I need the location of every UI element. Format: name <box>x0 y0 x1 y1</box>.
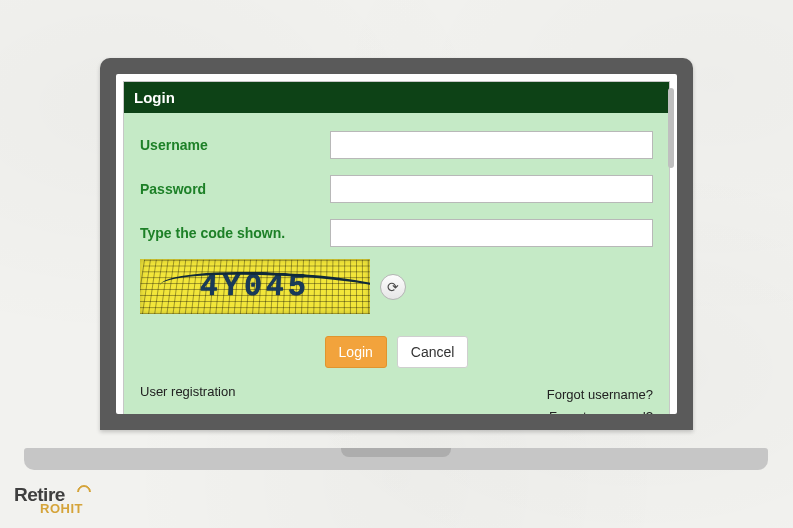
screen: Login Username Password Type the code sh… <box>116 74 677 414</box>
username-label: Username <box>140 137 330 153</box>
forgot-username-link[interactable]: Forgot username? <box>547 387 653 402</box>
captcha-input[interactable] <box>330 219 653 247</box>
watermark-logo: Retire ROHIT <box>14 484 83 516</box>
refresh-icon: ⟳ <box>387 279 399 295</box>
cancel-button[interactable]: Cancel <box>397 336 469 368</box>
panel-title: Login <box>124 82 669 113</box>
forgot-password-link[interactable]: Forgot password? <box>549 409 653 414</box>
password-label: Password <box>140 181 330 197</box>
user-registration-link[interactable]: User registration <box>140 384 235 399</box>
watermark-top: Retire <box>14 484 83 506</box>
captcha-image: 4Y045 <box>140 259 370 314</box>
links-row: User registration Forgot username? Forgo… <box>140 384 653 414</box>
password-row: Password <box>140 175 653 203</box>
login-body: Username Password Type the code shown. <box>124 113 669 414</box>
watermark-top-text: Retire <box>14 484 65 505</box>
button-row: Login Cancel <box>140 336 653 368</box>
laptop-base <box>24 448 768 470</box>
username-row: Username <box>140 131 653 159</box>
login-panel: Login Username Password Type the code sh… <box>123 81 670 414</box>
password-input[interactable] <box>330 175 653 203</box>
forgot-links: Forgot username? Forgot password? <box>547 384 653 414</box>
login-button[interactable]: Login <box>325 336 387 368</box>
captcha-display-row: 4Y045 ⟳ <box>140 259 653 314</box>
captcha-input-row: Type the code shown. <box>140 219 653 247</box>
signal-icon <box>74 482 94 502</box>
laptop-frame: Login Username Password Type the code sh… <box>100 58 693 430</box>
laptop-bezel: Login Username Password Type the code sh… <box>100 58 693 430</box>
captcha-refresh-button[interactable]: ⟳ <box>380 274 406 300</box>
username-input[interactable] <box>330 131 653 159</box>
captcha-label: Type the code shown. <box>140 225 330 241</box>
scrollbar-thumb[interactable] <box>668 88 674 168</box>
